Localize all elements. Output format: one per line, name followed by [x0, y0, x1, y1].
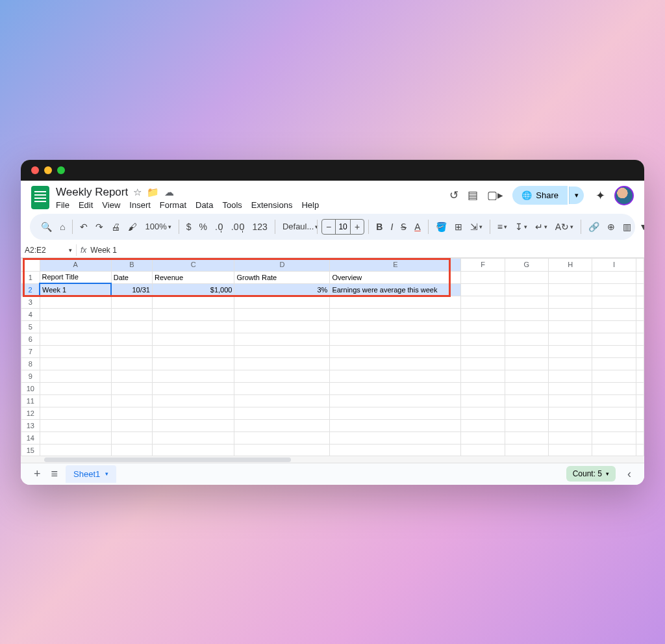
- cloud-status-icon[interactable]: ☁: [164, 187, 174, 198]
- menu-extensions[interactable]: Extensions: [251, 200, 293, 210]
- row-header-4[interactable]: 4: [21, 308, 40, 320]
- cell-D14[interactable]: [234, 431, 330, 444]
- cell-A7[interactable]: [40, 345, 111, 357]
- cell-C3[interactable]: [152, 296, 234, 308]
- cell-I8[interactable]: [592, 357, 636, 370]
- cell-I10[interactable]: [592, 382, 636, 394]
- cell-E8[interactable]: [330, 357, 461, 370]
- cell-D9[interactable]: [234, 370, 330, 382]
- merge-cells-icon[interactable]: ⇲ ▾: [467, 219, 486, 235]
- cell-B1[interactable]: Date: [111, 271, 152, 283]
- column-header-I[interactable]: I: [592, 258, 636, 271]
- cell-A8[interactable]: [40, 357, 111, 370]
- cell-G3[interactable]: [505, 296, 548, 308]
- rotate-icon[interactable]: A↻▾: [552, 219, 577, 235]
- cell-I9[interactable]: [592, 370, 636, 382]
- cell-D1[interactable]: Growth Rate: [234, 271, 330, 283]
- cell-E9[interactable]: [330, 370, 461, 382]
- cell-F3[interactable]: [461, 296, 505, 308]
- column-header-D[interactable]: D: [234, 258, 330, 271]
- cell-G1[interactable]: [505, 271, 548, 283]
- italic-icon[interactable]: I: [387, 219, 396, 235]
- cell-B8[interactable]: [111, 357, 152, 370]
- cell-G2[interactable]: [505, 283, 548, 296]
- add-sheet-button[interactable]: +: [29, 465, 46, 483]
- menu-help[interactable]: Help: [301, 200, 319, 210]
- cell-G15[interactable]: [505, 444, 548, 456]
- cell-C1[interactable]: Revenue: [152, 271, 234, 283]
- row-header-8[interactable]: 8: [21, 357, 40, 370]
- cell-A2[interactable]: Week 1: [40, 283, 111, 296]
- account-avatar[interactable]: [614, 186, 634, 205]
- cell-C9[interactable]: [152, 370, 234, 382]
- decrease-decimal-icon[interactable]: .0̩: [212, 219, 227, 235]
- row-header-9[interactable]: 9: [21, 370, 40, 382]
- borders-icon[interactable]: ⊞: [451, 219, 466, 235]
- cell-C4[interactable]: [152, 308, 234, 320]
- column-header-G[interactable]: G: [505, 258, 548, 271]
- comments-icon[interactable]: ▤: [468, 188, 478, 202]
- cell-A5[interactable]: [40, 320, 111, 333]
- strikethrough-icon[interactable]: S̶: [397, 219, 410, 235]
- cell-I1[interactable]: [592, 271, 636, 283]
- cell-E10[interactable]: [330, 382, 461, 394]
- cell-E6[interactable]: [330, 333, 461, 345]
- cell-E11[interactable]: [330, 394, 461, 407]
- cell-G13[interactable]: [505, 419, 548, 431]
- row-header-7[interactable]: 7: [21, 345, 40, 357]
- cell-D2[interactable]: 3%: [234, 283, 330, 296]
- cell-B10[interactable]: [111, 382, 152, 394]
- row-header-2[interactable]: 2: [21, 283, 40, 296]
- cell-C2[interactable]: $1,000: [152, 283, 234, 296]
- cell-F11[interactable]: [461, 394, 505, 407]
- column-header-C[interactable]: C: [152, 258, 234, 271]
- increase-decimal-icon[interactable]: .00̩: [228, 219, 248, 235]
- cell-B4[interactable]: [111, 308, 152, 320]
- cell-H1[interactable]: [549, 271, 592, 283]
- column-header-F[interactable]: F: [461, 258, 505, 271]
- filter-icon[interactable]: ▼: [636, 219, 644, 235]
- cell-A6[interactable]: [40, 333, 111, 345]
- cell-I15[interactable]: [592, 444, 636, 456]
- percent-icon[interactable]: %: [196, 219, 210, 235]
- row-header-15[interactable]: 15: [21, 444, 40, 456]
- cell-D12[interactable]: [234, 407, 330, 419]
- gemini-icon[interactable]: ✦: [596, 188, 605, 203]
- cell-F7[interactable]: [461, 345, 505, 357]
- cell-B11[interactable]: [111, 394, 152, 407]
- cell-A9[interactable]: [40, 370, 111, 382]
- cell-C14[interactable]: [152, 431, 234, 444]
- cell-C13[interactable]: [152, 419, 234, 431]
- cell-I5[interactable]: [592, 320, 636, 333]
- cell-E3[interactable]: [330, 296, 461, 308]
- name-box-dropdown[interactable]: ▾: [69, 247, 72, 253]
- cell-D15[interactable]: [234, 444, 330, 456]
- cell-B7[interactable]: [111, 345, 152, 357]
- cell-G14[interactable]: [505, 431, 548, 444]
- cell-I4[interactable]: [592, 308, 636, 320]
- cell-H14[interactable]: [549, 431, 592, 444]
- cell-H15[interactable]: [549, 444, 592, 456]
- cell-I11[interactable]: [592, 394, 636, 407]
- more-formats-icon[interactable]: 123: [249, 219, 271, 235]
- cell-D6[interactable]: [234, 333, 330, 345]
- wrap-icon[interactable]: ↵▾: [532, 219, 551, 235]
- menu-tools[interactable]: Tools: [222, 200, 242, 210]
- cell-I12[interactable]: [592, 407, 636, 419]
- cell-H13[interactable]: [549, 419, 592, 431]
- cell-A1[interactable]: Report Title: [40, 271, 111, 283]
- cell-C10[interactable]: [152, 382, 234, 394]
- column-header-H[interactable]: H: [549, 258, 592, 271]
- zoom-select[interactable]: 100%▾: [142, 219, 174, 234]
- menu-edit[interactable]: Edit: [79, 200, 93, 210]
- menu-data[interactable]: Data: [195, 200, 213, 210]
- cell-E13[interactable]: [330, 419, 461, 431]
- cell-F6[interactable]: [461, 333, 505, 345]
- v-align-icon[interactable]: ↧▾: [512, 219, 531, 235]
- cell-F12[interactable]: [461, 407, 505, 419]
- insert-comment-icon[interactable]: ⊕: [604, 219, 618, 235]
- cell-C15[interactable]: [152, 444, 234, 456]
- cell-I14[interactable]: [592, 431, 636, 444]
- share-dropdown[interactable]: ▾: [569, 187, 584, 204]
- cell-I3[interactable]: [592, 296, 636, 308]
